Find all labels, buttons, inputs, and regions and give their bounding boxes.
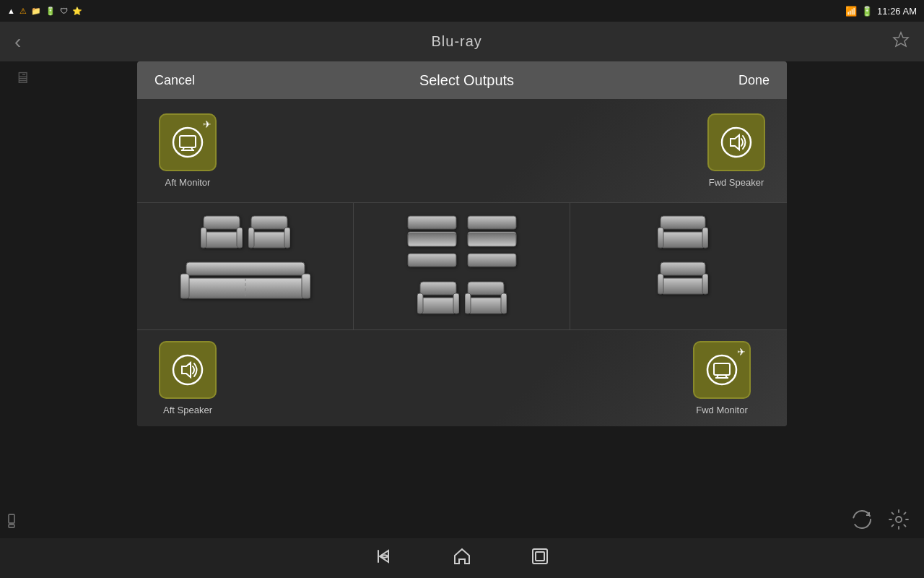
seat-row-left-1 [146, 215, 344, 252]
cart-button[interactable] [7, 509, 29, 532]
seat-row-right-1 [579, 215, 778, 252]
sofa-1[interactable] [180, 261, 310, 304]
seat-r2[interactable] [658, 261, 699, 298]
svg-marker-46 [182, 363, 191, 377]
speaker-svg [719, 125, 754, 160]
fwd-speaker-label: Fwd Speaker [709, 177, 764, 188]
folder-icon: 📁 [31, 7, 41, 16]
side-panel-left: 🖥 [7, 61, 38, 95]
svg-rect-15 [284, 228, 290, 248]
status-icons-left: ▲ ⚠ 📁 🔋 🛡 ⭐ [7, 7, 82, 16]
settings-button[interactable] [888, 508, 910, 533]
dialog-body: ✈ Aft Monitor [137, 99, 787, 426]
svg-rect-29 [420, 282, 456, 295]
time-display: 11:26 AM [877, 6, 917, 17]
svg-point-47 [707, 355, 736, 384]
svg-rect-9 [204, 232, 240, 248]
top-nav: ‹ Blu-ray [0, 22, 924, 61]
warning-icon: ⚠ [19, 7, 27, 16]
fwd-monitor-icon-box: ✈ [693, 341, 751, 399]
star-icon: ⭐ [72, 7, 82, 16]
fwd-monitor-label: Fwd Monitor [696, 405, 748, 415]
svg-rect-41 [661, 262, 705, 275]
back-nav-button[interactable] [374, 546, 394, 571]
svg-rect-18 [180, 274, 189, 298]
svg-rect-2 [180, 136, 196, 147]
outputs-bottom-row: Aft Speaker ✈ Fwd Monitor [137, 329, 787, 426]
svg-rect-31 [417, 293, 423, 314]
seat-r1[interactable] [658, 215, 699, 252]
seat-2[interactable] [248, 215, 290, 252]
fwd-speaker-icon-box [707, 113, 765, 171]
wifi-icon: 📶 [845, 6, 857, 17]
svg-rect-35 [465, 293, 471, 314]
svg-point-52 [853, 511, 871, 528]
corner-controls [850, 508, 910, 533]
battery-icon2: 🔋 [45, 7, 56, 16]
bottom-nav [0, 538, 924, 578]
seat-row-right-2 [579, 261, 778, 298]
svg-rect-39 [658, 228, 663, 248]
svg-rect-48 [714, 363, 730, 375]
seat-club-1[interactable] [405, 215, 459, 272]
svg-point-45 [173, 355, 202, 384]
svg-rect-8 [204, 216, 240, 229]
seat-c3[interactable] [417, 280, 459, 318]
svg-rect-33 [468, 282, 504, 295]
select-outputs-dialog: Cancel Select Outputs Done ✈ Aft M [137, 61, 787, 426]
svg-rect-28 [468, 254, 516, 267]
svg-marker-7 [731, 135, 739, 150]
svg-rect-36 [501, 293, 507, 314]
svg-point-6 [722, 128, 751, 157]
seat-1[interactable] [201, 215, 243, 252]
cancel-button[interactable]: Cancel [154, 73, 195, 88]
cart-icon[interactable]: 🖥 [14, 69, 30, 87]
aft-speaker-svg [170, 353, 205, 387]
svg-rect-14 [248, 228, 254, 248]
svg-rect-10 [201, 228, 206, 248]
aft-monitor-label: Aft Monitor [165, 177, 211, 188]
home-nav-button[interactable] [452, 546, 472, 571]
refresh-button[interactable] [850, 508, 873, 533]
svg-rect-44 [702, 274, 708, 294]
aft-speaker-label: Aft Speaker [163, 405, 212, 415]
fwd-monitor-output[interactable]: ✈ Fwd Monitor [693, 341, 751, 415]
seat-club-2[interactable] [465, 215, 519, 272]
svg-rect-37 [661, 216, 705, 229]
svg-rect-55 [9, 525, 14, 527]
svg-rect-16 [186, 262, 305, 275]
seat-c4[interactable] [465, 280, 507, 318]
svg-marker-0 [894, 33, 908, 46]
aft-speaker-output[interactable]: Aft Speaker [159, 341, 217, 415]
done-button[interactable]: Done [738, 73, 770, 88]
left-side-control [7, 509, 29, 533]
svg-rect-32 [453, 293, 459, 314]
seat-row-center-1 [362, 215, 561, 272]
status-bar: ▲ ⚠ 📁 🔋 🛡 ⭐ 📶 🔋 11:26 AM [0, 0, 924, 22]
aft-map-badge: ✈ [203, 118, 212, 130]
svg-rect-21 [408, 216, 456, 229]
svg-rect-40 [702, 228, 708, 248]
svg-rect-57 [536, 552, 544, 561]
aft-monitor-output[interactable]: ✈ Aft Monitor [159, 113, 217, 188]
fwd-speaker-output[interactable]: Fwd Speaker [707, 113, 765, 188]
status-icons-right: 📶 🔋 11:26 AM [845, 6, 917, 17]
svg-rect-30 [420, 298, 456, 314]
svg-point-53 [896, 517, 902, 522]
monitor-svg [170, 125, 205, 160]
outputs-top-row: ✈ Aft Monitor [137, 99, 787, 202]
fwd-map-badge: ✈ [737, 346, 746, 358]
svg-point-1 [173, 128, 202, 157]
svg-rect-25 [468, 216, 516, 229]
seat-layout-grid [137, 202, 787, 329]
recent-nav-button[interactable] [530, 546, 550, 571]
home-icon-button[interactable] [892, 31, 910, 53]
seat-row-center-2 [362, 280, 561, 318]
svg-rect-27 [468, 233, 516, 246]
aft-monitor-icon-box: ✈ [159, 113, 217, 171]
seat-row-left-2 [146, 261, 344, 304]
svg-rect-23 [408, 233, 456, 246]
svg-rect-24 [408, 254, 456, 267]
back-button[interactable]: ‹ [14, 30, 21, 53]
svg-rect-11 [237, 228, 243, 248]
